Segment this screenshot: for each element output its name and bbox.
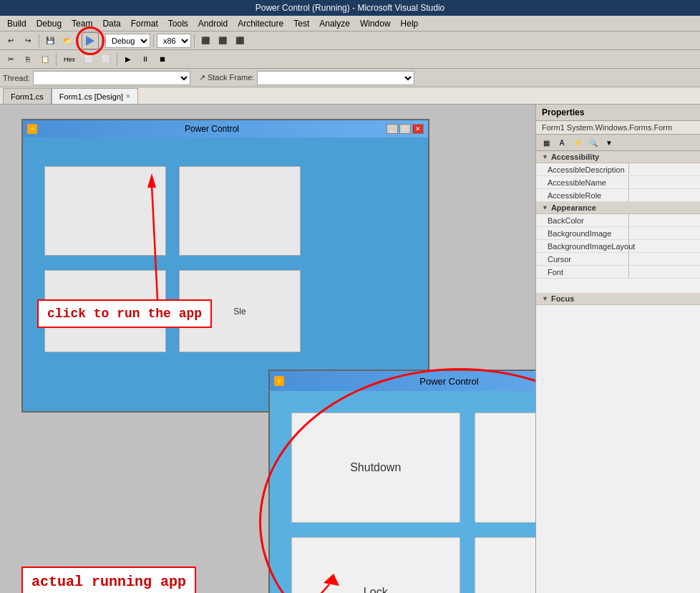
toolbar-btn-open[interactable]: 📂 bbox=[59, 33, 75, 49]
menu-help[interactable]: Help bbox=[397, 17, 423, 30]
design-form-title: Power Control bbox=[40, 124, 384, 134]
toolbar-btn-misc1[interactable]: ⬛ bbox=[198, 33, 213, 49]
props-row-bgimagelayout: BackgroundImageLayout bbox=[536, 240, 700, 253]
form-minimize-btn[interactable]: _ bbox=[387, 124, 398, 134]
menu-architecture[interactable]: Architecture bbox=[233, 17, 288, 30]
lock-button[interactable]: Lock bbox=[291, 537, 460, 593]
platform-dropdown[interactable]: x86 bbox=[157, 34, 191, 48]
props-tool-more[interactable]: ▼ bbox=[602, 136, 616, 149]
props-name-bgimage: BackgroundImage bbox=[536, 227, 629, 239]
props-val-accessible-name[interactable] bbox=[629, 176, 700, 188]
design-btn-shutdown[interactable] bbox=[44, 166, 166, 256]
debug-config-dropdown[interactable]: Debug bbox=[105, 34, 150, 48]
menu-debug[interactable]: Debug bbox=[32, 17, 66, 30]
main-area: ⚡ Power Control _ □ ✕ Lock Sle click to bbox=[0, 105, 700, 593]
running-app-title: Power Control bbox=[287, 376, 535, 387]
shutdown-button[interactable]: Shutdown bbox=[291, 413, 460, 523]
props-val-bgimage[interactable] bbox=[629, 227, 700, 239]
props-name-font: Font bbox=[536, 266, 629, 278]
run-button[interactable] bbox=[82, 32, 99, 49]
menu-team[interactable]: Team bbox=[67, 17, 97, 30]
menu-test[interactable]: Test bbox=[289, 17, 313, 30]
tab-form1-design[interactable]: Form1.cs [Design] × bbox=[52, 88, 138, 104]
props-name-cursor: Cursor bbox=[536, 253, 629, 265]
props-val-accessible-role[interactable] bbox=[629, 189, 700, 201]
stack-frame-dropdown[interactable] bbox=[257, 71, 414, 85]
props-row-accessible-desc: AccessibleDescription bbox=[536, 163, 700, 176]
tab-form1-design-close[interactable]: × bbox=[126, 92, 130, 100]
toolbar-btn-save[interactable]: 💾 bbox=[42, 33, 58, 49]
toolbar-btn-t4[interactable]: ⏸ bbox=[137, 52, 153, 67]
props-tool-grid[interactable]: ▦ bbox=[539, 136, 553, 149]
toolbar-btn-copy[interactable]: ⎘ bbox=[20, 52, 36, 67]
props-row-cursor: Cursor bbox=[536, 253, 700, 266]
title-bar: Power Control (Running) - Microsoft Visu… bbox=[0, 0, 700, 16]
toolbar-btn-t1[interactable]: ⬜ bbox=[81, 52, 97, 67]
tab-form1-cs[interactable]: Form1.cs bbox=[3, 88, 52, 104]
running-app-titlebar: ⚡ Power Control _ □ ✕ bbox=[270, 371, 535, 391]
appearance-label: Appearance bbox=[551, 203, 596, 212]
toolbar-hex[interactable]: Hex bbox=[59, 52, 79, 67]
toolbar-btn-t3[interactable]: ▶ bbox=[120, 52, 136, 67]
props-val-backcolor[interactable] bbox=[629, 214, 700, 226]
toolbar-btn-paste[interactable]: 📋 bbox=[37, 52, 53, 67]
design-btn-restart[interactable] bbox=[179, 166, 301, 256]
properties-header: Properties bbox=[536, 105, 700, 121]
menu-tools[interactable]: Tools bbox=[164, 17, 193, 30]
running-app-body: Shutdown Restart Lock Sleep bbox=[270, 391, 535, 593]
menu-android[interactable]: Android bbox=[194, 17, 232, 30]
focus-label: Focus bbox=[551, 294, 574, 303]
toolbar-sep-3 bbox=[102, 34, 102, 47]
props-val-accessible-desc[interactable] bbox=[629, 163, 700, 175]
focus-arrow: ▼ bbox=[542, 295, 548, 302]
thread-dropdown[interactable] bbox=[33, 71, 190, 85]
toolbar-sep-5 bbox=[194, 34, 195, 47]
menu-window[interactable]: Window bbox=[356, 17, 395, 30]
click-to-run-text: click to run the app bbox=[47, 307, 202, 321]
menu-data[interactable]: Data bbox=[98, 17, 125, 30]
menu-analyze[interactable]: Analyze bbox=[315, 17, 354, 30]
menu-build[interactable]: Build bbox=[3, 17, 31, 30]
props-row-accessible-role: AccessibleRole bbox=[536, 189, 700, 202]
toolbar-btn-redo[interactable]: ↪ bbox=[20, 33, 36, 49]
tab-form1-cs-label: Form1.cs bbox=[11, 92, 44, 101]
props-val-bgimagelayout[interactable] bbox=[629, 240, 700, 252]
props-section-focus[interactable]: ▼ Focus bbox=[536, 293, 700, 305]
toolbar-1: ↩ ↪ 💾 📂 Debug x86 ⬛ ⬛ ⬛ bbox=[0, 32, 700, 50]
design-canvas[interactable]: ⚡ Power Control _ □ ✕ Lock Sle click to bbox=[0, 105, 535, 593]
toolbar-btn-t2[interactable]: ⬜ bbox=[98, 52, 114, 67]
properties-toolbar: ▦ A ⚡ 🔍 ▼ bbox=[536, 135, 700, 151]
debug-toolbar: Thread: ↗ Stack Frame: bbox=[0, 69, 700, 87]
toolbar-btn-misc3[interactable]: ⬛ bbox=[232, 33, 248, 49]
props-val-cursor[interactable] bbox=[629, 253, 700, 265]
form-maximize-btn[interactable]: □ bbox=[399, 124, 411, 134]
toolbar-btn-cut[interactable]: ✂ bbox=[3, 52, 19, 67]
stack-frame-label: ↗ Stack Frame: bbox=[199, 73, 254, 82]
toolbar-btn-misc2[interactable]: ⬛ bbox=[215, 33, 230, 49]
toolbar-btn-t5[interactable]: ⏹ bbox=[155, 52, 170, 67]
form-icon-glyph: ⚡ bbox=[29, 125, 37, 132]
props-tool-alpha[interactable]: A bbox=[555, 136, 569, 149]
form-close-btn[interactable]: ✕ bbox=[412, 124, 424, 134]
menu-bar: Build Debug Team Data Format Tools Andro… bbox=[0, 16, 700, 32]
props-section-accessibility[interactable]: ▼ Accessibility bbox=[536, 151, 700, 163]
props-tool-events[interactable]: ⚡ bbox=[570, 136, 585, 149]
toolbar-sep-2 bbox=[78, 34, 79, 47]
props-row-font: Font bbox=[536, 266, 700, 279]
properties-title: Properties bbox=[542, 107, 584, 117]
tab-bar: Form1.cs Form1.cs [Design] × bbox=[0, 87, 700, 105]
design-form-icon: ⚡ bbox=[27, 124, 37, 134]
actual-running-annotation: actual running app bbox=[21, 567, 196, 593]
shutdown-label: Shutdown bbox=[350, 461, 401, 474]
sleep-button[interactable]: Sleep bbox=[475, 537, 536, 593]
restart-button[interactable]: Restart bbox=[475, 413, 536, 523]
props-section-appearance[interactable]: ▼ Appearance bbox=[536, 202, 700, 214]
appearance-arrow: ▼ bbox=[542, 204, 548, 211]
toolbar2-sep-1 bbox=[56, 53, 57, 66]
properties-object: Form1 System.Windows.Forms.Form bbox=[536, 121, 700, 135]
props-name-bgimagelayout: BackgroundImageLayout bbox=[536, 240, 629, 252]
menu-format[interactable]: Format bbox=[127, 17, 162, 30]
toolbar-btn-undo[interactable]: ↩ bbox=[3, 33, 19, 49]
props-tool-search[interactable]: 🔍 bbox=[586, 136, 601, 149]
props-val-font[interactable] bbox=[629, 266, 700, 278]
